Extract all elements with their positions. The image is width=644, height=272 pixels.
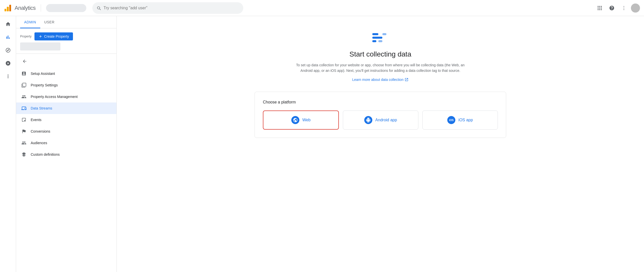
events-label: Events xyxy=(31,118,42,122)
svg-point-17 xyxy=(624,8,624,8)
more-vert-icon xyxy=(621,5,627,11)
svg-point-16 xyxy=(624,6,624,7)
svg-rect-23 xyxy=(382,33,386,35)
data-streams-label: Data Streams xyxy=(31,106,52,110)
bar-chart-icon xyxy=(5,34,11,40)
nav-reports[interactable] xyxy=(2,31,14,43)
ios-platform-button[interactable]: iOS iOS app xyxy=(422,111,498,130)
property-settings-icon xyxy=(21,82,27,88)
back-arrow-icon xyxy=(22,59,27,64)
svg-rect-9 xyxy=(601,6,602,7)
logo-area: Analytics xyxy=(4,4,41,12)
divider-1 xyxy=(16,53,116,54)
svg-rect-5 xyxy=(7,7,9,11)
svg-rect-14 xyxy=(599,9,600,10)
learn-more-text: Learn more about data collection xyxy=(352,78,404,82)
main-description: To set up data collection for your websi… xyxy=(292,62,468,74)
property-header: Property Create Property xyxy=(16,28,116,42)
grid-icon-button[interactable] xyxy=(595,3,605,13)
platform-card: Choose a platform Web xyxy=(255,92,506,138)
account-selector[interactable] xyxy=(46,4,86,12)
avatar[interactable] xyxy=(631,4,640,13)
menu-item-property-access[interactable]: Property Access Management xyxy=(16,91,116,102)
setup-assistant-icon xyxy=(21,71,27,76)
audiences-icon xyxy=(21,140,27,146)
more-vert-icon-button[interactable] xyxy=(619,3,629,13)
ios-label: iOS app xyxy=(458,118,473,122)
search-input[interactable] xyxy=(104,6,239,10)
learn-more-link[interactable]: Learn more about data collection xyxy=(352,78,409,82)
svg-rect-19 xyxy=(372,33,378,35)
home-icon xyxy=(5,21,11,27)
back-button[interactable] xyxy=(20,57,29,66)
app-title: Analytics xyxy=(15,5,36,11)
help-icon xyxy=(609,5,615,11)
svg-rect-10 xyxy=(598,8,599,9)
svg-rect-12 xyxy=(601,8,602,9)
topbar-actions xyxy=(595,3,640,13)
setup-assistant-label: Setup Assistant xyxy=(31,72,55,76)
advertising-icon xyxy=(5,61,11,66)
audiences-label: Audiences xyxy=(31,141,47,145)
analytics-logo-icon xyxy=(4,4,12,12)
data-collect-icon xyxy=(370,31,390,46)
ios-icon-text: iOS xyxy=(449,119,453,122)
grid-icon xyxy=(597,5,602,11)
platform-options: Web Android app iOS iOS app xyxy=(263,111,498,130)
android-icon xyxy=(364,116,372,124)
svg-rect-13 xyxy=(598,9,599,10)
android-label: Android app xyxy=(375,118,397,122)
property-access-icon xyxy=(21,94,27,99)
svg-rect-20 xyxy=(372,37,382,39)
tab-user[interactable]: USER xyxy=(40,16,59,28)
data-streams-icon xyxy=(21,105,27,111)
admin-tabs: ADMIN USER xyxy=(16,16,116,28)
configure-icon xyxy=(5,74,11,79)
web-platform-button[interactable]: Web xyxy=(263,111,339,130)
sidebar-nav xyxy=(0,16,16,272)
main-content: Start collecting data To set up data col… xyxy=(117,16,644,272)
menu-item-conversions[interactable]: Conversions xyxy=(16,126,116,137)
custom-definitions-label: Custom definitions xyxy=(31,152,60,156)
android-platform-button[interactable]: Android app xyxy=(343,111,418,130)
conversions-label: Conversions xyxy=(31,129,50,133)
svg-rect-8 xyxy=(599,6,600,7)
ios-icon: iOS xyxy=(447,116,455,124)
plus-icon xyxy=(38,34,43,38)
menu-item-custom-definitions[interactable]: Custom definitions xyxy=(16,149,116,160)
topbar: Analytics xyxy=(0,0,644,16)
create-property-button[interactable]: Create Property xyxy=(34,32,73,40)
svg-rect-6 xyxy=(9,5,11,11)
explore-icon xyxy=(5,47,11,53)
nav-explore[interactable] xyxy=(2,44,14,56)
create-property-label: Create Property xyxy=(44,34,69,38)
menu-item-audiences[interactable]: Audiences xyxy=(16,137,116,149)
help-icon-button[interactable] xyxy=(607,3,617,13)
main-layout: ADMIN USER Property Create Property xyxy=(0,16,644,272)
custom-definitions-icon xyxy=(21,152,27,157)
events-icon xyxy=(21,117,27,123)
property-selector[interactable] xyxy=(20,42,60,50)
svg-rect-11 xyxy=(599,8,600,9)
conversions-icon xyxy=(21,129,27,134)
main-title: Start collecting data xyxy=(349,50,411,58)
svg-rect-21 xyxy=(372,40,376,42)
menu-item-events[interactable]: Events xyxy=(16,114,116,126)
admin-panel: ADMIN USER Property Create Property xyxy=(16,16,117,272)
menu-item-data-streams[interactable]: Data Streams xyxy=(16,102,116,114)
nav-home[interactable] xyxy=(2,18,14,30)
nav-configure[interactable] xyxy=(2,70,14,82)
property-access-label: Property Access Management xyxy=(31,95,78,99)
svg-rect-4 xyxy=(5,9,6,11)
svg-rect-15 xyxy=(601,9,602,10)
svg-rect-22 xyxy=(378,40,382,42)
svg-rect-7 xyxy=(598,6,599,7)
tab-admin[interactable]: ADMIN xyxy=(20,16,40,28)
menu-item-property-settings[interactable]: Property Settings xyxy=(16,79,116,91)
search-bar[interactable] xyxy=(92,2,243,14)
web-icon xyxy=(291,116,299,124)
menu-item-setup-assistant[interactable]: Setup Assistant xyxy=(16,68,116,79)
property-label: Property xyxy=(20,35,31,38)
nav-advertising[interactable] xyxy=(2,57,14,69)
svg-point-18 xyxy=(624,9,624,10)
